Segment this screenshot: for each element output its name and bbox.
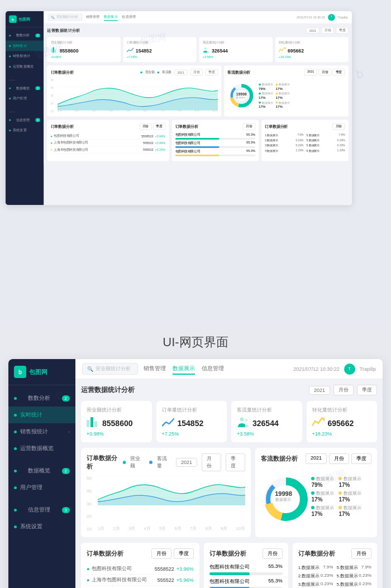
nav-tab-info[interactable]: 信息管理 <box>122 14 136 21</box>
sidebar-item-settings[interactable]: 系统设置 <box>6 125 44 136</box>
bl-quarter-btn[interactable]: 季度 <box>153 123 165 130</box>
stat-value: 154852 <box>136 47 152 53</box>
sidebar-item-users[interactable]: 用户管理 <box>6 93 44 104</box>
full-chart-title: 订单数据分析 <box>87 454 123 471</box>
full-br-month[interactable]: 月份 <box>351 548 371 559</box>
full-quarter-btn2[interactable]: 季度 <box>226 453 245 471</box>
full-progress-rows: 包图科技有限公司 55.3% 包图科技有限公司 <box>209 563 283 588</box>
legend-pct-2: 17% <box>275 87 289 90</box>
full-year-selector: 2021 月份 季度 <box>309 385 377 395</box>
full-bm-month[interactable]: 月份 <box>263 548 283 559</box>
full-num-val: 0.23% <box>359 581 371 587</box>
donut-center: 19998 数据展示 <box>236 92 247 99</box>
nav-tab-sales[interactable]: 销售管理 <box>86 14 100 21</box>
stat-label: 转化量统计分析 <box>279 41 345 45</box>
sidebar-dot <box>9 119 11 121</box>
quarter-select[interactable]: 季度 <box>336 27 348 34</box>
full-num-item: 5.数据展示 0.23% <box>336 572 371 580</box>
full-bl-month[interactable]: 月份 <box>151 548 171 559</box>
sidebar-item-analytics[interactable]: 数数分析 2 <box>6 30 44 41</box>
full-month-select[interactable]: 月份 <box>333 385 354 395</box>
full-donut-center: 19998 数据展示 <box>275 490 292 503</box>
bm-month-btn[interactable]: 月份 <box>243 123 255 130</box>
full-sidebar-item-info[interactable]: 信息管理 3 <box>8 501 75 518</box>
full-num-item: 5.数据展示 0.23% <box>336 580 371 588</box>
full-sidebar-item-sales[interactable]: 销售报统计 › <box>8 423 75 440</box>
quarter-btn[interactable]: 季度 <box>206 69 218 76</box>
full-sidebar-item-realtime[interactable]: 实时统计 <box>8 407 75 423</box>
svg-rect-16 <box>94 421 97 427</box>
full-month-btn2[interactable]: 月份 <box>202 453 221 471</box>
full-nav-tab-sales[interactable]: 销售管理 <box>144 364 166 375</box>
full-year-btn[interactable]: 2021 <box>176 458 197 467</box>
month-select[interactable]: 月份 <box>321 27 333 34</box>
full-search-box[interactable]: 🔍 营业额统计分析 <box>82 363 138 375</box>
bottom-right-title: 订单数据分析 <box>265 124 288 129</box>
sidebar-badge: 2 <box>62 395 70 401</box>
row-value: 5558522 <box>140 134 154 137</box>
full-table-row: ● 包图科技有限公司 5558522 +3.96% <box>87 563 194 575</box>
full-donut-val: 19998 <box>275 490 292 497</box>
num-label: 5.数据展示 <box>306 149 320 153</box>
nav-tab-data[interactable]: 数据展示 <box>104 14 118 21</box>
sidebar-item-realtime[interactable]: 实时统计 <box>6 41 44 51</box>
full-nav-tab-data[interactable]: 数据展示 <box>173 364 195 375</box>
full-v-year[interactable]: 2021 <box>306 453 327 464</box>
visitor-month-btn[interactable]: 月份 <box>318 69 331 76</box>
dot-icon-yellow: ● <box>51 148 53 151</box>
sidebar-badge: 2 <box>35 86 40 90</box>
legend-item-3: 数据展示 17% <box>259 92 273 99</box>
full-num-item: 5.数据展示 7.9% <box>336 563 371 572</box>
stat-card-orders: 订单量统计分析 154852 +7.25% <box>123 37 196 63</box>
chart-legend: 营业额 客流量 2021 月份 季度 <box>140 69 218 76</box>
full-quarter-select[interactable]: 季度 <box>357 385 377 395</box>
progress-row: 包图科技有限公司 55.3% <box>175 149 255 156</box>
sidebar-dot <box>14 414 17 417</box>
full-sidebar-item-analytics[interactable]: 数数分析 2 <box>8 390 75 407</box>
full-v-month[interactable]: 月份 <box>329 453 349 464</box>
full-sidebar-item-users[interactable]: 用户管理 <box>8 479 75 496</box>
full-bl-quarter[interactable]: 季度 <box>174 548 194 559</box>
progress-row: 包图科技有限公司 55.3% <box>175 133 255 140</box>
full-num-val: 0.23% <box>359 573 371 579</box>
sidebar-dot <box>9 55 11 57</box>
search-box[interactable]: 🔍 营业额统计分析 <box>48 13 83 21</box>
full-sidebar: b 包图网 数数分析 2 实时统计 销售报统计 <box>8 359 75 588</box>
logo-icon: b <box>9 15 17 23</box>
full-sidebar-item-settings[interactable]: 系统设置 <box>8 518 75 535</box>
x-labels: 1月2月3月4月5月6月7月8月9月10月 <box>58 109 218 113</box>
company-name: 上海市包图科技有限公司 <box>54 147 139 152</box>
full-v-quarter[interactable]: 季度 <box>351 453 371 464</box>
sidebar-label: 数据概览 <box>28 467 50 475</box>
full-legend-item: 数据展示 17% <box>311 505 334 517</box>
bl-month-btn[interactable]: 月份 <box>139 123 151 130</box>
full-sidebar-item-overview[interactable]: 运营数据概览 <box>8 440 75 457</box>
sidebar-item-overview[interactable]: 运营数据概览 <box>6 61 44 72</box>
full-stat-conversion: 转化量统计分析 695662 +18.23% <box>307 401 378 442</box>
full-nav-tab-info[interactable]: 信息管理 <box>202 364 224 375</box>
year-select[interactable]: 2021 <box>306 27 320 33</box>
legend-dot-revenue <box>140 71 142 74</box>
visitor-quarter-btn[interactable]: 季度 <box>332 69 345 76</box>
sidebar-menu: 数数分析 2 实时统计 销售报统计 › 运营数据概览 <box>6 27 44 138</box>
sidebar-item-info[interactable]: 信息管理 3 <box>6 114 44 125</box>
year-btn[interactable]: 2021 <box>174 69 188 75</box>
full-num-label: 3.数据展示 <box>298 581 320 587</box>
full-num-label: 5.数据展示 <box>336 581 358 587</box>
num-val: 1.23% <box>337 149 345 153</box>
month-btn[interactable]: 月份 <box>190 69 202 76</box>
visitor-year-btn[interactable]: 2021 <box>304 69 317 76</box>
full-username: Trapilip <box>360 366 376 372</box>
num-label: 5.数据展示 <box>306 144 320 147</box>
sidebar-item-sales[interactable]: 销售报统计 › <box>6 51 44 61</box>
full-stat-label: 转化量统计分析 <box>312 407 372 414</box>
br-month-btn[interactable]: 月份 <box>332 123 345 130</box>
bottom-right-card: 订单数据分析 月份 1.数据展示 7.9% <box>261 120 349 161</box>
full-donut-sub: 数据展示 <box>275 497 292 503</box>
sidebar-dot <box>14 470 17 472</box>
full-sidebar-item-data[interactable]: 数据概览 2 <box>8 462 75 479</box>
sidebar-dot <box>9 66 11 68</box>
full-year-select[interactable]: 2021 <box>309 386 330 395</box>
sidebar-item-data[interactable]: 数据概览 2 <box>6 83 44 93</box>
legend-pct-4: 17% <box>275 95 289 99</box>
